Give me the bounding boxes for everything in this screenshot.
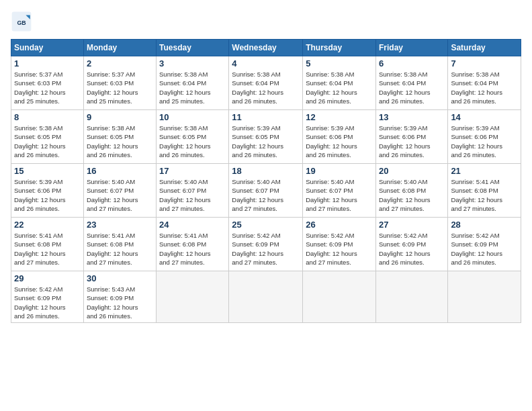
- day-info: Sunrise: 5:40 AMSunset: 6:07 PMDaylight:…: [306, 177, 373, 213]
- day-cell: 9Sunrise: 5:38 AMSunset: 6:05 PMDaylight…: [83, 110, 156, 164]
- day-cell: 3Sunrise: 5:38 AMSunset: 6:04 PMDaylight…: [157, 56, 229, 110]
- day-info: Sunrise: 5:42 AMSunset: 6:09 PMDaylight:…: [306, 231, 373, 267]
- week-row-5: 29Sunrise: 5:42 AMSunset: 6:09 PMDayligh…: [11, 271, 521, 323]
- calendar-body: 1Sunrise: 5:37 AMSunset: 6:03 PMDaylight…: [11, 56, 521, 323]
- day-info: Sunrise: 5:39 AMSunset: 6:05 PMDaylight:…: [232, 124, 300, 159]
- calendar-table: SundayMondayTuesdayWednesdayThursdayFrid…: [11, 39, 521, 323]
- day-number: 16: [87, 166, 153, 176]
- day-info: Sunrise: 5:42 AMSunset: 6:09 PMDaylight:…: [14, 285, 81, 320]
- weekday-saturday: Saturday: [448, 40, 521, 56]
- day-cell: 30Sunrise: 5:43 AMSunset: 6:09 PMDayligh…: [83, 271, 156, 323]
- week-row-3: 15Sunrise: 5:39 AMSunset: 6:06 PMDayligh…: [11, 164, 521, 218]
- day-cell: 28Sunrise: 5:42 AMSunset: 6:09 PMDayligh…: [448, 218, 521, 271]
- day-info: Sunrise: 5:40 AMSunset: 6:07 PMDaylight:…: [232, 177, 300, 213]
- day-number: 21: [451, 166, 518, 176]
- day-cell: 5Sunrise: 5:38 AMSunset: 6:04 PMDaylight…: [303, 56, 376, 110]
- day-info: Sunrise: 5:38 AMSunset: 6:05 PMDaylight:…: [14, 124, 81, 159]
- day-number: 1: [14, 58, 81, 68]
- day-cell: 25Sunrise: 5:42 AMSunset: 6:09 PMDayligh…: [229, 218, 303, 271]
- day-cell: [448, 271, 521, 323]
- day-cell: 10Sunrise: 5:38 AMSunset: 6:05 PMDayligh…: [157, 110, 229, 164]
- logo: GB: [11, 11, 35, 32]
- day-cell: 24Sunrise: 5:41 AMSunset: 6:08 PMDayligh…: [157, 218, 229, 271]
- day-cell: 21Sunrise: 5:41 AMSunset: 6:08 PMDayligh…: [448, 164, 521, 218]
- day-info: Sunrise: 5:37 AMSunset: 6:03 PMDaylight:…: [14, 70, 81, 105]
- day-info: Sunrise: 5:38 AMSunset: 6:05 PMDaylight:…: [87, 124, 153, 159]
- day-info: Sunrise: 5:41 AMSunset: 6:08 PMDaylight:…: [87, 231, 153, 267]
- day-info: Sunrise: 5:38 AMSunset: 6:04 PMDaylight:…: [232, 70, 300, 105]
- day-cell: 26Sunrise: 5:42 AMSunset: 6:09 PMDayligh…: [303, 218, 376, 271]
- day-info: Sunrise: 5:40 AMSunset: 6:08 PMDaylight:…: [379, 177, 445, 213]
- day-cell: 17Sunrise: 5:40 AMSunset: 6:07 PMDayligh…: [157, 164, 229, 218]
- day-number: 23: [87, 220, 153, 230]
- weekday-friday: Friday: [375, 40, 447, 56]
- day-cell: [157, 271, 229, 323]
- day-cell: 18Sunrise: 5:40 AMSunset: 6:07 PMDayligh…: [229, 164, 303, 218]
- day-info: Sunrise: 5:41 AMSunset: 6:08 PMDaylight:…: [14, 231, 81, 267]
- day-cell: 1Sunrise: 5:37 AMSunset: 6:03 PMDaylight…: [11, 56, 84, 110]
- day-number: 3: [159, 58, 226, 68]
- day-cell: [229, 271, 303, 323]
- day-number: 17: [159, 166, 226, 176]
- day-info: Sunrise: 5:40 AMSunset: 6:07 PMDaylight:…: [159, 177, 226, 213]
- day-info: Sunrise: 5:40 AMSunset: 6:07 PMDaylight:…: [87, 177, 153, 213]
- day-info: Sunrise: 5:37 AMSunset: 6:03 PMDaylight:…: [87, 70, 153, 105]
- day-info: Sunrise: 5:39 AMSunset: 6:06 PMDaylight:…: [306, 124, 373, 159]
- day-number: 28: [451, 220, 518, 230]
- day-cell: [303, 271, 376, 323]
- day-cell: 14Sunrise: 5:39 AMSunset: 6:06 PMDayligh…: [448, 110, 521, 164]
- page-header: GB: [11, 11, 521, 32]
- day-cell: 13Sunrise: 5:39 AMSunset: 6:06 PMDayligh…: [375, 110, 447, 164]
- week-row-1: 1Sunrise: 5:37 AMSunset: 6:03 PMDaylight…: [11, 56, 521, 110]
- day-info: Sunrise: 5:42 AMSunset: 6:09 PMDaylight:…: [451, 231, 518, 267]
- day-cell: [375, 271, 447, 323]
- day-number: 24: [159, 220, 226, 230]
- weekday-thursday: Thursday: [303, 40, 376, 56]
- day-cell: 16Sunrise: 5:40 AMSunset: 6:07 PMDayligh…: [83, 164, 156, 218]
- weekday-tuesday: Tuesday: [157, 40, 229, 56]
- day-number: 8: [14, 112, 81, 122]
- day-info: Sunrise: 5:41 AMSunset: 6:08 PMDaylight:…: [159, 231, 226, 267]
- day-number: 12: [306, 112, 373, 122]
- weekday-monday: Monday: [83, 40, 156, 56]
- day-number: 13: [379, 112, 445, 122]
- day-cell: 22Sunrise: 5:41 AMSunset: 6:08 PMDayligh…: [11, 218, 84, 271]
- day-cell: 12Sunrise: 5:39 AMSunset: 6:06 PMDayligh…: [303, 110, 376, 164]
- day-number: 29: [14, 273, 81, 283]
- day-info: Sunrise: 5:42 AMSunset: 6:09 PMDaylight:…: [232, 231, 300, 267]
- day-info: Sunrise: 5:38 AMSunset: 6:04 PMDaylight:…: [159, 70, 226, 105]
- day-cell: 29Sunrise: 5:42 AMSunset: 6:09 PMDayligh…: [11, 271, 84, 323]
- svg-text:GB: GB: [17, 19, 26, 26]
- day-number: 7: [451, 58, 518, 68]
- day-number: 2: [87, 58, 153, 68]
- week-row-2: 8Sunrise: 5:38 AMSunset: 6:05 PMDaylight…: [11, 110, 521, 164]
- day-number: 6: [379, 58, 445, 68]
- week-row-4: 22Sunrise: 5:41 AMSunset: 6:08 PMDayligh…: [11, 218, 521, 271]
- day-number: 22: [14, 220, 81, 230]
- day-info: Sunrise: 5:39 AMSunset: 6:06 PMDaylight:…: [379, 124, 445, 159]
- day-info: Sunrise: 5:38 AMSunset: 6:04 PMDaylight:…: [379, 70, 445, 105]
- day-cell: 15Sunrise: 5:39 AMSunset: 6:06 PMDayligh…: [11, 164, 84, 218]
- day-number: 10: [159, 112, 226, 122]
- day-cell: 11Sunrise: 5:39 AMSunset: 6:05 PMDayligh…: [229, 110, 303, 164]
- day-cell: 2Sunrise: 5:37 AMSunset: 6:03 PMDaylight…: [83, 56, 156, 110]
- logo-icon: GB: [11, 11, 32, 32]
- day-number: 15: [14, 166, 81, 176]
- day-number: 4: [232, 58, 300, 68]
- day-info: Sunrise: 5:39 AMSunset: 6:06 PMDaylight:…: [451, 124, 518, 159]
- day-info: Sunrise: 5:41 AMSunset: 6:08 PMDaylight:…: [451, 177, 518, 213]
- day-number: 9: [87, 112, 153, 122]
- day-info: Sunrise: 5:42 AMSunset: 6:09 PMDaylight:…: [379, 231, 445, 267]
- day-number: 30: [87, 273, 153, 283]
- weekday-wednesday: Wednesday: [229, 40, 303, 56]
- day-number: 5: [306, 58, 373, 68]
- day-cell: 23Sunrise: 5:41 AMSunset: 6:08 PMDayligh…: [83, 218, 156, 271]
- day-number: 26: [306, 220, 373, 230]
- day-number: 25: [232, 220, 300, 230]
- day-number: 18: [232, 166, 300, 176]
- day-cell: 4Sunrise: 5:38 AMSunset: 6:04 PMDaylight…: [229, 56, 303, 110]
- day-cell: 7Sunrise: 5:38 AMSunset: 6:04 PMDaylight…: [448, 56, 521, 110]
- day-info: Sunrise: 5:39 AMSunset: 6:06 PMDaylight:…: [14, 177, 81, 213]
- day-info: Sunrise: 5:38 AMSunset: 6:04 PMDaylight:…: [451, 70, 518, 105]
- weekday-sunday: Sunday: [11, 40, 84, 56]
